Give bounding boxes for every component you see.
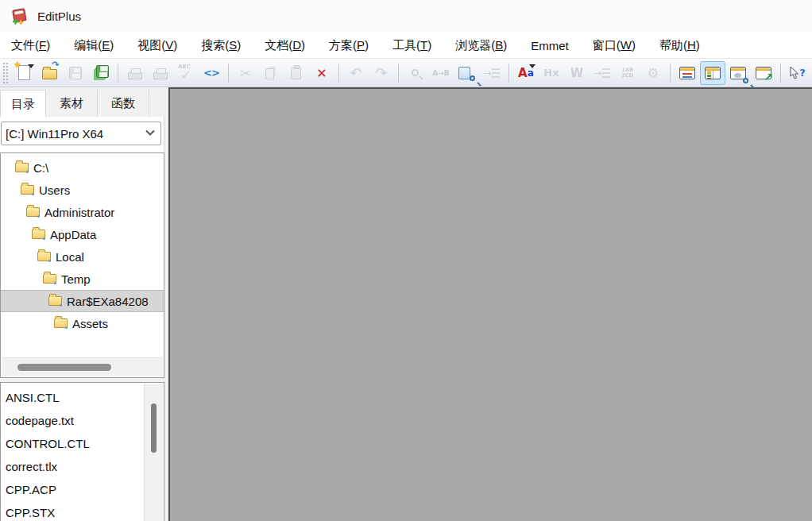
folder-icon xyxy=(32,230,45,239)
tree-item-administrator[interactable]: Administrator xyxy=(1,201,164,223)
toolbar-separator xyxy=(398,64,399,83)
tree-item-label: C:\ xyxy=(33,161,48,175)
tab-directory[interactable]: 目录 xyxy=(0,90,46,117)
menu-item-browser[interactable]: 浏览器(B) xyxy=(446,34,516,57)
preferences-button[interactable]: ⚙ xyxy=(640,61,666,85)
sort-button[interactable]: 1AB2CD xyxy=(615,61,640,85)
tree-item-label: Administrator xyxy=(44,206,114,219)
undo-icon: ↶ xyxy=(346,64,365,83)
open-file-icon xyxy=(41,64,60,83)
menu-item-window[interactable]: 窗口(W) xyxy=(583,34,645,57)
html-tags-button[interactable]: <> xyxy=(199,61,224,85)
save-button[interactable] xyxy=(63,61,88,85)
html-tags-icon: <> xyxy=(202,64,221,83)
tree-item-label: AppData xyxy=(50,228,96,241)
tab-cliptext[interactable]: 素材 xyxy=(46,90,98,117)
browser-window-button[interactable] xyxy=(725,61,751,85)
save-icon xyxy=(66,64,85,83)
delete-button[interactable]: × xyxy=(309,61,334,85)
tree-horizontal-scrollbar[interactable] xyxy=(2,357,163,376)
print-preview-button[interactable] xyxy=(122,61,148,85)
file-item-cpp-acp[interactable]: CPP.ACP xyxy=(6,478,164,501)
file-item-codepage-txt[interactable]: codepage.txt xyxy=(6,409,164,432)
tree-item-appdata[interactable]: AppData xyxy=(1,223,164,245)
menu-item-edit[interactable]: 编辑(E) xyxy=(64,34,123,57)
menu-item-document[interactable]: 文档(D) xyxy=(255,34,315,57)
menu-item-help[interactable]: 帮助(H) xyxy=(650,34,710,57)
menu-item-search[interactable]: 搜索(S) xyxy=(191,34,250,57)
view-in-browser-button[interactable]: ↗ xyxy=(751,61,776,85)
indent-button[interactable]: → xyxy=(590,61,615,85)
vertical-scrollbar-thumb[interactable] xyxy=(151,403,157,453)
word-wrap-button[interactable]: W xyxy=(564,61,590,85)
menu-item-view[interactable]: 视图(V) xyxy=(128,34,187,57)
redo-button[interactable]: ↷ xyxy=(369,61,394,85)
copy-icon xyxy=(261,64,280,83)
replace-button[interactable]: A→B xyxy=(428,61,454,85)
drive-selector-value: [C:] Win11Pro X64 xyxy=(6,127,103,141)
hex-view-button[interactable]: Hx xyxy=(539,61,564,85)
tree-item-assets[interactable]: Assets xyxy=(1,312,164,334)
file-item-ansi-ctl[interactable]: ANSI.CTL xyxy=(6,386,164,409)
title-bar: EditPlus xyxy=(0,0,812,33)
tab-functions[interactable]: 函数 xyxy=(98,90,149,117)
toolbar-separator xyxy=(780,64,781,83)
menu-item-tools[interactable]: 工具(T) xyxy=(383,34,441,57)
view-in-browser-icon: ↗ xyxy=(754,64,773,83)
replace-icon: A→B xyxy=(431,64,450,83)
tree-item-c[interactable]: C:\ xyxy=(1,156,164,179)
font-button[interactable]: Aa xyxy=(513,61,539,85)
find-in-files-button[interactable] xyxy=(454,61,479,85)
menu-item-emmet[interactable]: Emmet xyxy=(521,35,578,56)
word-wrap-icon: W xyxy=(567,64,586,83)
tree-item-label: Local xyxy=(56,250,84,264)
tree-item-local[interactable]: Local xyxy=(1,245,164,268)
folder-icon xyxy=(26,207,40,217)
print-icon xyxy=(151,64,170,83)
editplus-window: EditPlus 文件(F)编辑(E)视图(V)搜索(S)文档(D)方案(P)工… xyxy=(0,0,812,521)
file-item-control-ctl[interactable]: CONTROL.CTL xyxy=(6,432,164,455)
delete-icon: × xyxy=(312,64,331,83)
file-list: ANSI.CTLcodepage.txtCONTROL.CTLcorrect.t… xyxy=(1,383,164,521)
print-button[interactable] xyxy=(148,61,173,85)
toolbar-grip-handle[interactable] xyxy=(3,63,8,83)
goto-line-icon: → xyxy=(482,64,501,83)
spell-check-button[interactable]: ABC✓ xyxy=(173,61,199,85)
horizontal-scrollbar-thumb[interactable] xyxy=(17,364,111,371)
editor-empty-area[interactable] xyxy=(168,87,812,521)
find-icon xyxy=(406,64,425,83)
document-list-button[interactable] xyxy=(675,61,700,85)
save-all-button[interactable] xyxy=(88,61,114,85)
redo-icon: ↷ xyxy=(372,64,391,83)
folder-icon xyxy=(48,296,62,306)
file-vertical-scrollbar[interactable] xyxy=(144,384,163,521)
browser-window-icon xyxy=(729,64,748,83)
hex-view-icon: Hx xyxy=(542,64,561,83)
context-help-icon: ? xyxy=(788,64,807,83)
file-list-panel: ANSI.CTLcodepage.txtCONTROL.CTLcorrect.t… xyxy=(0,382,164,521)
file-item-cpp-stx[interactable]: CPP.STX xyxy=(6,501,164,521)
menu-item-project[interactable]: 方案(P) xyxy=(319,34,378,57)
file-item-correct-tlx[interactable]: correct.tlx xyxy=(6,455,164,478)
menu-item-file[interactable]: 文件(F) xyxy=(2,34,60,57)
context-help-button[interactable]: ? xyxy=(785,61,810,85)
drive-selector[interactable]: [C:] Win11Pro X64 xyxy=(1,122,161,145)
find-button[interactable] xyxy=(403,61,428,85)
tree-item-users[interactable]: Users xyxy=(1,179,164,201)
open-file-button[interactable] xyxy=(37,61,63,85)
cut-button[interactable]: ✂ xyxy=(233,61,258,85)
toolbar: ★ABC✓<>✂×↶↷A→B→AaHxW→1AB2CD⚙↗? xyxy=(0,59,812,87)
undo-button[interactable]: ↶ xyxy=(343,61,369,85)
sidebar-tabs: 目录 素材 函数 xyxy=(0,90,149,117)
goto-line-button[interactable]: → xyxy=(479,61,505,85)
tree-item-rarexa84208[interactable]: Rar$EXa84208 xyxy=(1,290,164,312)
find-in-files-icon xyxy=(457,64,476,83)
directory-window-button[interactable] xyxy=(700,61,725,85)
tree-item-label: Temp xyxy=(61,272,91,286)
copy-button[interactable] xyxy=(258,61,284,85)
paste-button[interactable] xyxy=(284,61,309,85)
new-document-button[interactable]: ★ xyxy=(12,61,37,85)
print-preview-icon xyxy=(126,64,145,83)
tree-item-label: Users xyxy=(39,183,70,197)
tree-item-temp[interactable]: Temp xyxy=(1,268,164,290)
